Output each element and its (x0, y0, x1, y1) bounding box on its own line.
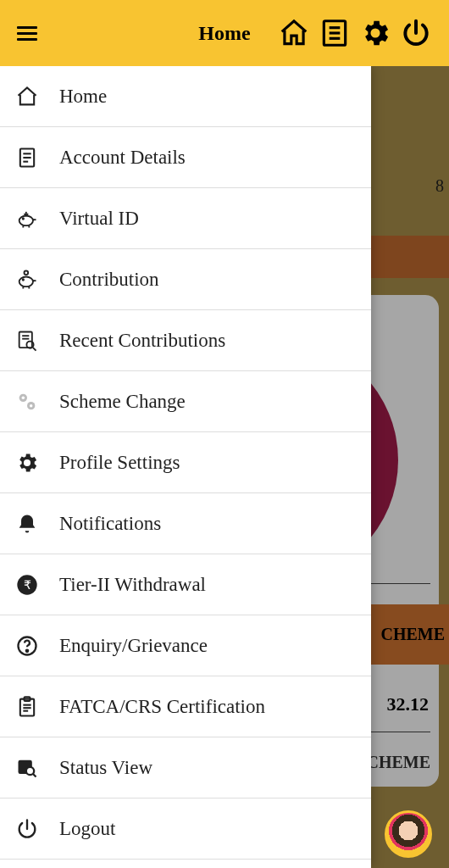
home-icon (14, 83, 41, 110)
help-circle-icon (14, 632, 41, 659)
menu-item-contribution[interactable]: Contribution (0, 249, 371, 310)
svg-point-11 (23, 279, 24, 280)
settings-gear-icon[interactable] (359, 17, 391, 49)
home-icon[interactable] (278, 17, 310, 49)
menu-item-virtual-id[interactable]: Virtual ID (0, 188, 371, 249)
piggy-bank-icon (14, 266, 41, 293)
menu-label: Scheme Change (59, 391, 186, 413)
gear-icon (14, 449, 41, 476)
menu-item-fatca-crs[interactable]: FATCA/CRS Certification (0, 676, 371, 737)
menu-label: Logout (59, 818, 115, 840)
menu-toggle-icon[interactable] (17, 23, 37, 44)
side-drawer: Home Account Details Virtual ID Contribu… (0, 66, 371, 868)
top-bar: Home (0, 0, 449, 66)
top-bar-actions (278, 17, 432, 49)
svg-text:₹: ₹ (24, 577, 31, 591)
menu-item-notifications[interactable]: Notifications (0, 493, 371, 554)
menu-item-profile-settings[interactable]: Profile Settings (0, 432, 371, 493)
menu-label: FATCA/CRS Certification (59, 696, 265, 718)
document-icon[interactable] (319, 17, 351, 49)
clipboard-icon (14, 693, 41, 721)
svg-point-24 (26, 649, 28, 651)
document-icon (14, 144, 41, 171)
svg-point-20 (30, 403, 33, 407)
svg-point-19 (22, 396, 25, 399)
menu-item-tier-ii-withdrawal[interactable]: ₹ Tier-II Withdrawal (0, 554, 371, 615)
menu-label: Profile Settings (59, 452, 180, 474)
menu-item-home[interactable]: Home (0, 66, 371, 127)
menu-label: Recent Contributions (59, 330, 225, 352)
avatar-badge[interactable] (385, 810, 432, 858)
menu-label: Contribution (59, 269, 159, 291)
svg-point-12 (25, 270, 29, 275)
svg-point-9 (23, 218, 24, 219)
page-title: Home (198, 22, 250, 45)
svg-point-10 (19, 276, 33, 287)
menu-item-status-view[interactable]: Status View (0, 737, 371, 798)
menu-label: Status View (59, 757, 152, 779)
menu-label: Home (59, 86, 107, 108)
menu-item-logout[interactable]: Logout (0, 798, 371, 860)
search-document-icon (14, 327, 41, 354)
svg-rect-13 (19, 331, 32, 348)
menu-item-recent-contributions[interactable]: Recent Contributions (0, 310, 371, 371)
search-page-icon (14, 754, 41, 782)
menu-label: Tier-II Withdrawal (59, 574, 206, 596)
gears-icon (14, 388, 41, 415)
bell-icon (14, 510, 41, 537)
menu-label: Account Details (59, 147, 186, 169)
svg-point-31 (26, 766, 34, 774)
menu-item-scheme-change[interactable]: Scheme Change (0, 371, 371, 432)
menu-label: Enquiry/Grievance (59, 635, 208, 657)
menu-label: Virtual ID (59, 208, 139, 230)
menu-item-account-details[interactable]: Account Details (0, 127, 371, 188)
menu-item-enquiry-grievance[interactable]: Enquiry/Grievance (0, 615, 371, 676)
power-icon[interactable] (400, 17, 432, 49)
piggy-bank-in-icon (14, 205, 41, 232)
power-icon (14, 815, 41, 843)
rupee-circle-icon: ₹ (14, 571, 41, 598)
menu-label: Notifications (59, 513, 161, 535)
svg-point-8 (19, 215, 33, 225)
